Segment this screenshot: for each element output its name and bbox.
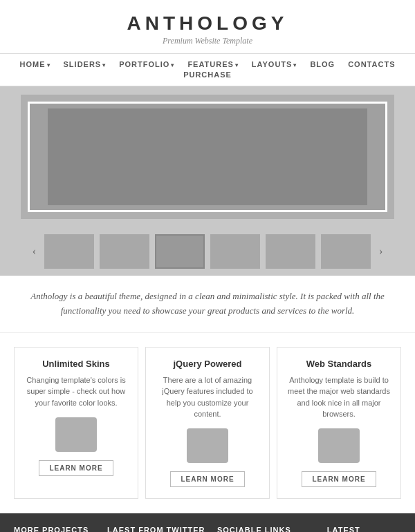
slider-thumbnails: ‹ › (0, 227, 415, 276)
nav-layouts[interactable]: LAYOUTS (252, 60, 297, 68)
feature-skins: Unlimited Skins Changing template's colo… (14, 347, 138, 499)
thumb-2[interactable] (100, 234, 149, 269)
feature-standards-icon (318, 428, 360, 463)
thumb-4[interactable] (210, 234, 260, 269)
hero-image-inner (48, 108, 368, 205)
feature-skins-icon (55, 417, 97, 452)
feature-jquery-desc: There are a lot of amazing jQuery featur… (154, 374, 261, 420)
feature-skins-title: Unlimited Skins (23, 359, 129, 369)
thumb-3[interactable] (155, 234, 205, 269)
thumb-5[interactable] (266, 234, 315, 269)
footer-col-social: SOCIABLE LINKS It is a long established … (217, 526, 316, 532)
main-nav: HOME SLIDERS PORTFOLIO FEATURES LAYOUTS … (0, 53, 415, 86)
footer-latest-heading: LATEST PROJECTS (327, 526, 401, 532)
quote-text: Anthology is a beautiful theme, designed… (28, 289, 387, 319)
hero-main-image (28, 102, 387, 212)
feature-standards: Web Standards Anthology template is buil… (277, 347, 401, 499)
feature-jquery-btn[interactable]: LEARN MORE (170, 471, 244, 487)
footer-grid: MORE PROJECTS Create a Realistic Picture… (14, 526, 401, 532)
nav-features[interactable]: FEATURES (187, 60, 238, 68)
footer-col-twitter: LAEST FROM TWITTER A new update of my Pe… (107, 526, 206, 532)
hero-slider-area (0, 86, 415, 227)
nav-sliders[interactable]: SLIDERS (64, 60, 107, 68)
slider-prev-arrow[interactable]: ‹ (30, 245, 39, 258)
site-header: ANTHOLOGY Premium Website Template (0, 0, 415, 53)
site-title: ANTHOLOGY (7, 12, 408, 35)
feature-standards-title: Web Standards (286, 359, 392, 369)
thumb-1[interactable] (44, 234, 94, 269)
site-subtitle: Premium Website Template (7, 36, 408, 46)
nav-contacts[interactable]: CONTACTS (348, 60, 395, 68)
feature-standards-btn[interactable]: LEARN MORE (302, 471, 376, 487)
nav-home[interactable]: HOME (20, 60, 50, 68)
nav-purchase[interactable]: PURCHASE (183, 70, 232, 79)
hero-inner (21, 95, 394, 219)
slider-next-arrow[interactable]: › (376, 245, 385, 258)
features-section: Unlimited Skins Changing template's colo… (0, 333, 415, 513)
footer-projects-heading: MORE PROJECTS (14, 526, 96, 532)
feature-standards-desc: Anthology template is build to meet the … (286, 374, 392, 420)
feature-skins-desc: Changing template's colors is super simp… (23, 374, 129, 409)
footer-social-heading: SOCIABLE LINKS (217, 526, 316, 532)
thumb-6[interactable] (321, 234, 371, 269)
footer: MORE PROJECTS Create a Realistic Picture… (0, 513, 415, 532)
footer-twitter-heading: LAEST FROM TWITTER (107, 526, 206, 532)
footer-col-projects: MORE PROJECTS Create a Realistic Picture… (14, 526, 96, 532)
footer-col-latest: LATEST PROJECTS (327, 526, 401, 532)
feature-jquery: jQuery Powered There are a lot of amazin… (145, 347, 270, 499)
quote-section: Anthology is a beautiful theme, designed… (0, 276, 415, 333)
feature-skins-btn[interactable]: LEARN MORE (39, 460, 113, 476)
feature-jquery-title: jQuery Powered (154, 359, 261, 369)
nav-portfolio[interactable]: PORTFOLIO (119, 60, 174, 68)
nav-blog[interactable]: BLOG (310, 60, 335, 68)
feature-jquery-icon (187, 428, 228, 463)
